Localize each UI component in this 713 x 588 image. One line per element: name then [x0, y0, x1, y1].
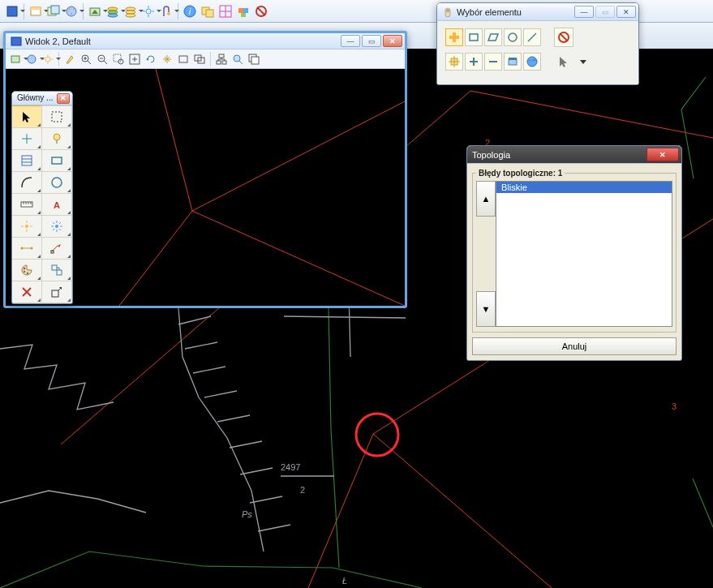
toolbar-btn-8[interactable] [140, 3, 157, 19]
vt-tree-icon[interactable] [214, 52, 229, 67]
tool-marquee[interactable] [41, 105, 72, 128]
sel-mode-1[interactable] [445, 53, 463, 71]
sel-type-line[interactable] [523, 28, 541, 46]
svg-point-14 [126, 7, 135, 11]
info-icon[interactable]: i [182, 3, 198, 19]
widok-close-button[interactable]: ✕ [383, 35, 402, 47]
tool-circle[interactable] [41, 171, 72, 194]
toolbar-btn-layers[interactable] [200, 3, 216, 19]
tool-group[interactable] [41, 259, 72, 281]
tool-move[interactable] [41, 237, 72, 260]
tool-point[interactable] [11, 127, 42, 150]
svg-point-121 [24, 268, 25, 269]
svg-marker-150 [560, 57, 567, 67]
topo-list-item[interactable]: Bliskie [496, 182, 672, 193]
tool-palette[interactable] [11, 259, 42, 281]
canvas-label-3: 3 [672, 401, 676, 411]
svg-rect-135 [470, 34, 478, 41]
toolbar-btn-6[interactable] [105, 3, 121, 19]
svg-rect-32 [241, 13, 246, 17]
svg-rect-120 [51, 251, 54, 253]
widok-maximize-button[interactable]: ▭ [362, 35, 381, 47]
svg-rect-30 [238, 8, 243, 13]
topo-close-button[interactable]: ✕ [646, 148, 679, 161]
svg-point-13 [108, 14, 118, 17]
wybor-titlebar[interactable]: Wybór elementu — ▭ ✕ [437, 3, 638, 21]
toolbar-btn-2[interactable] [28, 3, 44, 19]
svg-marker-151 [580, 60, 586, 64]
tool-scale[interactable] [41, 281, 72, 303]
wybor-minimize-button[interactable]: — [574, 6, 594, 18]
vt-highlight-icon[interactable] [62, 52, 77, 67]
toolbar-btn-4[interactable] [63, 3, 79, 19]
sel-mode-sub[interactable] [484, 53, 502, 71]
topo-list[interactable]: Bliskie [496, 181, 672, 327]
sel-dropdown[interactable] [580, 60, 588, 64]
svg-rect-59 [114, 54, 121, 62]
svg-rect-148 [509, 58, 517, 60]
sel-mode-globe[interactable] [523, 53, 541, 71]
svg-point-17 [146, 9, 151, 14]
svg-point-7 [73, 8, 75, 10]
toolbar-btn-7[interactable] [122, 3, 139, 19]
toolbar-btn-3[interactable] [45, 3, 62, 19]
toolbar-btn-5[interactable] [87, 3, 103, 19]
tool-light[interactable] [41, 127, 72, 150]
wybor-close-button[interactable]: ✕ [616, 6, 636, 18]
tool-ruler[interactable] [11, 193, 42, 216]
vt-btn-1[interactable] [8, 52, 23, 67]
tool-pointer[interactable] [11, 105, 42, 128]
widok-minimize-button[interactable]: — [341, 35, 360, 47]
topo-titlebar[interactable]: Topologia ✕ [467, 146, 681, 164]
svg-point-122 [24, 271, 25, 273]
error-marker [356, 414, 398, 456]
tool-snap[interactable] [41, 215, 72, 238]
tool-text[interactable]: A [41, 193, 72, 216]
tool-arc[interactable] [11, 171, 42, 194]
vt-copy-view-icon[interactable] [247, 52, 261, 67]
tools-title: Główny ... [17, 91, 55, 107]
vt-zoom-sel-icon[interactable] [230, 52, 245, 67]
tool-rect[interactable] [41, 149, 72, 172]
tool-hatch[interactable] [11, 149, 42, 172]
topo-cancel-button[interactable]: Anuluj [472, 337, 676, 355]
toolbar-btn-9[interactable] [158, 3, 174, 19]
toolbar-btn-puzzle[interactable] [235, 3, 251, 19]
vt-window-b-icon[interactable] [192, 52, 207, 67]
sel-type-rect[interactable] [465, 28, 483, 46]
toolbar-btn-disable[interactable] [253, 3, 269, 19]
topo-prev-button[interactable]: ▲ [476, 181, 496, 217]
sel-type-para[interactable] [484, 28, 502, 46]
toolbar-btn-1[interactable] [4, 3, 20, 19]
sel-type-circle[interactable] [504, 28, 522, 46]
vt-pan-icon[interactable] [160, 52, 174, 67]
svg-line-76 [239, 61, 243, 64]
sel-type-cross[interactable] [445, 28, 463, 46]
toolbar-btn-grid[interactable] [217, 3, 234, 19]
vt-window-a-icon[interactable] [176, 52, 191, 67]
vt-btn-2[interactable] [24, 52, 39, 67]
svg-line-81 [192, 101, 405, 211]
vt-rotate-icon[interactable] [144, 52, 158, 67]
svg-text:2: 2 [300, 485, 305, 495]
svg-rect-31 [243, 8, 248, 13]
vt-zoom-in-icon[interactable] [79, 52, 93, 67]
topo-next-button[interactable]: ▼ [476, 291, 496, 327]
sel-mode-add[interactable] [465, 53, 483, 71]
tools-close-button[interactable]: ✕ [57, 93, 70, 104]
window-topologia: Topologia ✕ Błędy topologiczne: 1 ▲ ▼ Bl… [466, 145, 682, 361]
widok-titlebar[interactable]: Widok 2, Default — ▭ ✕ [6, 33, 405, 49]
sel-mode-layer[interactable] [504, 53, 522, 71]
vt-zoom-window-icon[interactable] [111, 52, 126, 67]
sel-forbid[interactable] [554, 28, 573, 47]
svg-rect-70 [222, 61, 226, 64]
tool-dim[interactable] [11, 237, 42, 260]
svg-rect-77 [234, 56, 239, 61]
vt-zoom-out-icon[interactable] [95, 52, 110, 67]
tool-spark[interactable] [11, 215, 42, 238]
wybor-body [437, 21, 638, 84]
tools-titlebar[interactable]: Główny ... ✕ [12, 92, 72, 105]
vt-btn-3[interactable] [41, 52, 55, 67]
vt-fit-icon[interactable] [127, 52, 142, 67]
tool-delete[interactable] [11, 281, 42, 303]
